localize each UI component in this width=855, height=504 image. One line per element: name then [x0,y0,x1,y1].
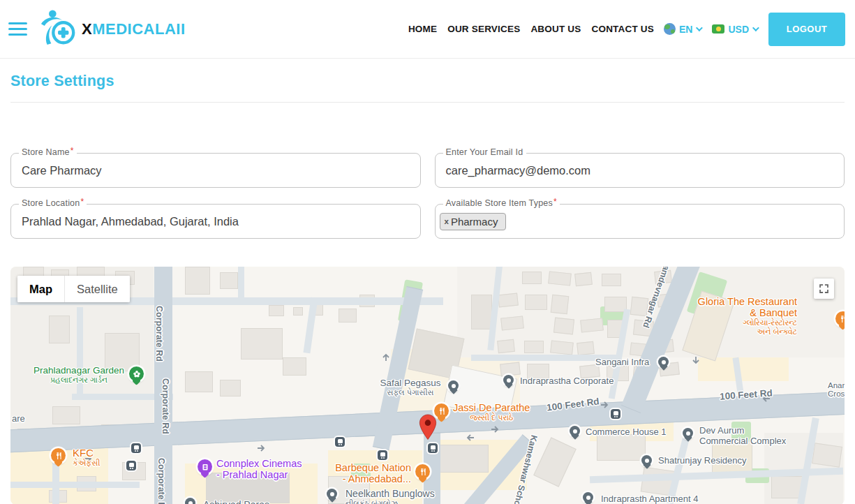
store-name-label: Store Name* [19,147,77,157]
map-building [241,328,283,360]
currency-selector[interactable]: USD [712,24,757,35]
poi-indraprastha-corporate[interactable]: Indraprastha Corporate [520,376,614,386]
poi-ashirvad-paras[interactable]: Ashirvad Paras [203,499,269,504]
map-minor-road [238,267,244,300]
poi-marker-icon[interactable] [185,498,195,504]
email-label: Enter Your Email Id [443,147,527,157]
email-field[interactable]: Enter Your Email Id care_pharmacy@demo.c… [435,153,845,188]
map-building [498,293,519,308]
bus-stop-icon[interactable] [131,443,141,453]
road-arrow-icon [600,399,610,411]
poi-sangani-infra[interactable]: Sangani Infra [595,357,649,367]
bus-stop-icon[interactable] [126,461,136,470]
map-type-control: Map Satellite [17,276,130,302]
restaurant-marker-icon[interactable] [51,448,66,463]
poi-gloria-restaurant[interactable]: Gloria The Restaurant& Banquet ગ્લોરિયા-… [698,296,797,336]
poi-marker-icon[interactable] [503,375,514,385]
email-value: care_pharmacy@demo.com [446,164,591,177]
chip-label: Pharmacy [451,216,498,228]
map-building [283,357,306,376]
map-building [49,316,70,343]
nav-home[interactable]: HOME [408,24,437,34]
map-building [525,295,547,310]
hamburger-menu-icon[interactable] [8,22,27,36]
map-building [577,341,595,355]
nav-about-us[interactable]: ABOUT US [530,24,581,34]
currency-value: USD [728,24,749,35]
road-label-corporate: Corporate Rd [161,378,170,434]
language-value: EN [679,24,692,35]
language-selector[interactable]: EN [664,23,701,35]
main-nav: HOME OUR SERVICES ABOUT US CONTACT US [408,24,654,34]
poi-marker-icon[interactable] [327,489,337,499]
poi-marker-icon[interactable] [641,455,652,466]
bus-stop-icon[interactable] [378,450,387,460]
poi-jassi-de-parathe[interactable]: Jassi De Paratheજસ્સી દે પરાઠે [453,402,530,422]
fullscreen-button[interactable] [814,279,834,299]
poi-marker-icon[interactable] [570,426,580,436]
map-building [550,340,574,355]
bus-stop-icon[interactable] [428,443,438,453]
store-location-value: Prahlad Nagar, Ahmedabad, Gujarat, India [22,215,239,228]
map-building [185,371,213,392]
cinema-marker-icon[interactable] [198,459,212,474]
road-label-corporate: Corporate Rd [154,306,164,362]
poi-safal-pegasus[interactable]: Safal Pegasusસફલ પેગાસીસ [368,378,453,397]
map-pin-marker[interactable] [419,414,437,443]
map-building [440,445,489,473]
map-building [269,305,284,316]
map-building [812,443,842,467]
page-title: Store Settings [10,73,845,90]
poi-dev-aurum[interactable]: Dev AurumCommercial Complex [699,425,786,446]
pharmacy-chip[interactable]: x Pharmacy [440,213,507,230]
map-building [500,362,521,377]
poi-indraprasth-apartment[interactable]: Indraprasth Apartment 4 [601,494,698,504]
store-item-types-field[interactable]: Available Store Item Types* x Pharmacy [435,204,845,239]
poi-marker-icon[interactable] [658,357,669,367]
map-minor-road [10,482,140,488]
park-marker-icon[interactable] [129,366,144,381]
store-location-field[interactable]: Store Location* Prahlad Nagar, Ahmedabad… [10,204,421,239]
poi-neelkanth-bunglows[interactable]: Neelkanth Bunglowsનીલકંઠ બંગલોઝ [345,488,435,504]
map-building [551,295,570,314]
map-building [185,267,210,295]
store-settings-form: Store Name* Care Pharmacy Enter Your Ema… [10,153,845,239]
poi-commerce-house[interactable]: Commerce House 1 [586,427,667,437]
poi-connplex-cinemas[interactable]: Connplex Cinemas- Prahlad Nagar [216,458,302,480]
banknote-icon [712,24,724,34]
store-name-value: Care Pharmacy [22,164,102,177]
chip-remove-icon[interactable]: x [445,217,449,225]
poi-marker-icon[interactable] [683,428,693,438]
poi-anand-cross: AnandCross [828,381,845,398]
map-building [220,380,241,396]
road-arrow-icon [257,442,267,454]
map-tab[interactable]: Map [17,276,64,302]
map-building [497,339,515,353]
road-label-corporate: Corporate Rd [156,458,166,504]
poi-barbeque-nation[interactable]: Barbeque Nation- Ahmedabad... [323,462,411,484]
bus-stop-icon[interactable] [611,409,620,419]
poi-marker-icon[interactable] [448,380,459,391]
bus-stop-icon[interactable] [335,437,345,447]
road-arrow-icon [491,423,500,436]
divider [10,102,845,103]
google-map[interactable]: Corporate Rd Corporate Rd Corporate Rd a… [10,267,845,504]
fullscreen-icon [818,283,830,295]
road-arrow-icon [380,352,392,362]
restaurant-marker-icon[interactable] [415,464,430,479]
nav-contact-us[interactable]: CONTACT US [591,24,654,34]
main-content: Store Settings Store Name* Care Pharmacy… [0,73,855,504]
nav-our-services[interactable]: OUR SERVICES [447,24,520,34]
map-building [522,272,542,284]
poi-marker-icon[interactable] [583,492,593,503]
map-building [339,309,357,323]
brand-logo[interactable]: XMEDICALAII [38,9,186,50]
logout-button[interactable]: LOGOUT [768,13,845,46]
poi-kfc[interactable]: KFCકેએફસી [73,447,100,468]
poi-prahladnagar-garden[interactable]: Prahladnagar Gardenપ્રહલાદનગર ગાર્ડન [24,365,133,385]
road-arrow-icon [465,431,475,444]
store-name-field[interactable]: Store Name* Care Pharmacy [10,153,421,188]
poi-partial-label: are [12,413,25,424]
satellite-tab[interactable]: Satellite [65,276,130,302]
poi-shatrunjay-residency[interactable]: Shatrunjay Residency [658,455,746,466]
